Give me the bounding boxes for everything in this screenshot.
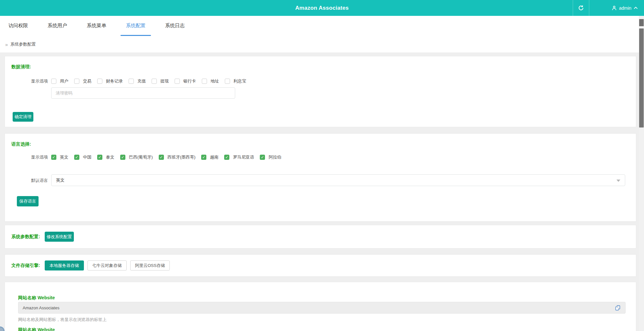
scrollbar-thumb[interactable] [639, 28, 644, 127]
checkbox-label: 罗马尼亚语 [233, 154, 254, 160]
breadcrumb: » 系统参数配置 [0, 36, 639, 52]
caret-down-icon [616, 180, 620, 182]
page: Amazon Associates admin [0, 0, 644, 331]
checkbox[interactable] [74, 79, 79, 84]
checkbox-item-user[interactable]: 用户 [51, 78, 68, 84]
checkbox-label: 英文 [60, 154, 68, 160]
header-divider [589, 0, 589, 16]
checkbox-checked[interactable]: ✓ [97, 155, 102, 160]
checkbox-label: 越南 [210, 154, 218, 160]
language-options-row: 显示选项 ✓ 英文 ✓ 中国 ✓ 泰文 ✓ 巴西(葡萄牙) ✓ 西班牙(墨西哥) [31, 154, 287, 160]
app-title: Amazon Associates [0, 0, 644, 16]
checkbox[interactable] [202, 79, 207, 84]
checkbox-item-bank-card[interactable]: 银行卡 [175, 78, 196, 84]
checkbox-item-portuguese[interactable]: ✓ 巴西(葡萄牙) [120, 154, 153, 160]
clean-password-input[interactable] [51, 87, 235, 99]
website-name-label: 网站名称 Website [18, 295, 55, 301]
row-label: 显示选项 [31, 154, 51, 160]
checkbox[interactable] [225, 79, 230, 84]
checkbox-label: 西班牙(墨西哥) [167, 154, 196, 160]
tab-access-permissions[interactable]: 访问权限 [3, 16, 33, 36]
checkbox-label: 利息宝 [234, 78, 246, 84]
checkbox-label: 巴西(葡萄牙) [129, 154, 153, 160]
checkbox-label: 阿拉伯 [269, 154, 281, 160]
checkbox-item-address[interactable]: 地址 [202, 78, 219, 84]
website-name-value: Amazon Associates [23, 305, 615, 310]
checkbox-item-thai[interactable]: ✓ 泰文 [97, 154, 114, 160]
default-language-row: 默认语言 [31, 178, 51, 183]
save-language-button[interactable]: 保存语言 [17, 196, 39, 206]
website-name-help: 网站名称及网站图标，将显示在浏览器的标签上 [18, 317, 107, 323]
checkbox[interactable] [97, 79, 102, 84]
chevron-up-icon [634, 6, 638, 9]
checkbox-item-finance-record[interactable]: 财务记录 [97, 78, 123, 84]
card-data-clean: 数据清理: 显示选项 用户 交易 财务记录 充值 提现 [5, 56, 636, 127]
card-storage-engine: 文件存储引擎: 本地服务器存储 七牛云对象存储 阿里云OSS存储 [5, 254, 636, 277]
copy-icon[interactable] [615, 304, 621, 311]
checkbox-label: 中国 [83, 154, 91, 160]
tab-system-log[interactable]: 系统日志 [160, 16, 190, 36]
website-name-label-2: 网站名称 Website [18, 327, 55, 331]
card-system-config: 系统参数配置: 修改系统配置 [5, 225, 636, 248]
checkbox-checked[interactable]: ✓ [74, 155, 79, 160]
checkbox-item-interest[interactable]: 利息宝 [225, 78, 246, 84]
card-website-settings: 网站名称 Website Amazon Associates 网站名称及网站图标… [5, 282, 636, 331]
storage-engine-row: 文件存储引擎: 本地服务器存储 七牛云对象存储 阿里云OSS存储 [11, 260, 173, 270]
checkbox-label: 提现 [160, 78, 169, 84]
checkbox-checked[interactable]: ✓ [159, 155, 164, 160]
checkbox-item-recharge[interactable]: 充值 [129, 78, 146, 84]
default-language-select[interactable]: 英文 [51, 174, 625, 186]
section-title: 系统参数配置: [11, 234, 40, 240]
user-name: admin [619, 6, 631, 11]
checkbox-item-romanian[interactable]: ✓ 罗马尼亚语 [224, 154, 254, 160]
checkbox-label: 用户 [60, 78, 68, 84]
row-label: 显示选项 [31, 78, 51, 84]
checkbox[interactable] [152, 79, 157, 84]
default-language-label: 默认语言 [31, 178, 51, 183]
floating-widget-bubble[interactable] [0, 326, 5, 331]
card-language: 语言选择: 显示选项 ✓ 英文 ✓ 中国 ✓ 泰文 ✓ 巴西(葡萄牙) ✓ 西班… [5, 133, 636, 222]
section-title: 数据清理: [11, 64, 31, 70]
storage-local-button[interactable]: 本地服务器存储 [45, 260, 84, 270]
checkbox-item-spanish[interactable]: ✓ 西班牙(墨西哥) [159, 154, 196, 160]
checkbox-label: 交易 [83, 78, 91, 84]
checkbox-checked[interactable]: ✓ [51, 155, 56, 160]
tab-bar: 访问权限 系统用户 系统菜单 系统配置 系统日志 [0, 16, 639, 36]
breadcrumb-chevrons-icon: » [5, 42, 8, 47]
checkbox-item-withdraw[interactable]: 提现 [152, 78, 169, 84]
refresh-icon [578, 5, 584, 11]
website-name-field[interactable]: Amazon Associates [18, 302, 626, 314]
system-config-row: 系统参数配置: 修改系统配置 [11, 232, 74, 242]
checkbox-item-vietnamese[interactable]: ✓ 越南 [201, 154, 218, 160]
section-title: 文件存储引擎: [11, 263, 40, 269]
checkbox-checked[interactable]: ✓ [224, 155, 229, 160]
checkbox[interactable] [51, 79, 56, 84]
checkbox[interactable] [129, 79, 134, 84]
user-menu[interactable]: admin [609, 0, 640, 16]
data-clean-options-row: 显示选项 用户 交易 财务记录 充值 提现 [31, 78, 252, 84]
confirm-clean-button[interactable]: 确定清理 [13, 112, 33, 122]
checkbox-checked[interactable]: ✓ [120, 155, 125, 160]
checkbox[interactable] [175, 79, 180, 84]
checkbox-label: 泰文 [106, 154, 114, 160]
vertical-scrollbar[interactable] [639, 16, 644, 331]
scrollbar-segment[interactable] [639, 19, 644, 26]
select-value: 英文 [56, 177, 64, 183]
tab-system-users[interactable]: 系统用户 [42, 16, 73, 36]
storage-qiniu-button[interactable]: 七牛云对象存储 [87, 260, 127, 270]
checkbox-label: 地址 [211, 78, 219, 84]
storage-aliyun-oss-button[interactable]: 阿里云OSS存储 [130, 260, 170, 270]
checkbox-checked[interactable]: ✓ [260, 155, 265, 160]
checkbox-item-chinese[interactable]: ✓ 中国 [74, 154, 91, 160]
checkbox-item-english[interactable]: ✓ 英文 [51, 154, 68, 160]
modify-system-config-button[interactable]: 修改系统配置 [45, 232, 74, 242]
checkbox-checked[interactable]: ✓ [201, 155, 206, 160]
user-icon [612, 6, 617, 11]
section-title: 语言选择: [11, 141, 31, 147]
checkbox-item-arabic[interactable]: ✓ 阿拉伯 [260, 154, 281, 160]
tab-system-menu[interactable]: 系统菜单 [81, 16, 112, 36]
refresh-button[interactable] [573, 0, 589, 16]
checkbox-label: 充值 [137, 78, 146, 84]
tab-system-config[interactable]: 系统配置 [121, 16, 151, 36]
checkbox-item-trade[interactable]: 交易 [74, 78, 91, 84]
